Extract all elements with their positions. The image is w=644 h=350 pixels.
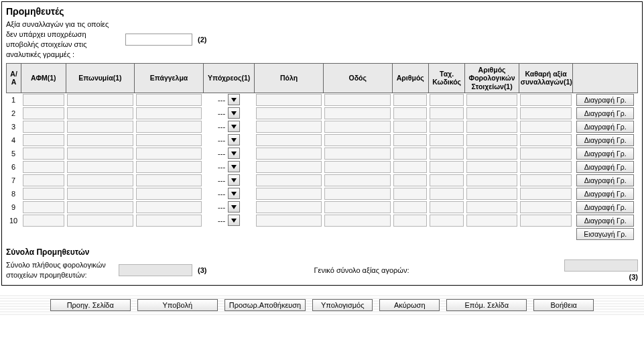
odos-input[interactable] [324,161,391,173]
afm-input[interactable] [23,174,64,186]
ypoxreos-dropdown[interactable] [228,201,240,213]
delete-row-button[interactable]: Διαγραφή Γρ. [576,148,634,160]
afm-input[interactable] [23,121,64,133]
eponymia-input[interactable] [67,201,133,213]
epaggelma-input[interactable] [136,174,202,186]
poli-input[interactable] [256,148,322,160]
arith-stoix-input[interactable] [466,174,518,186]
odos-input[interactable] [324,94,391,106]
odos-input[interactable] [324,121,391,133]
arith-stoix-input[interactable] [466,215,518,227]
epaggelma-input[interactable] [136,201,202,213]
tk-input[interactable] [430,161,463,173]
cancel-button[interactable]: Ακύρωση [379,299,440,311]
epaggelma-input[interactable] [136,94,202,106]
tk-input[interactable] [430,188,463,200]
eponymia-input[interactable] [67,215,133,227]
delete-row-button[interactable]: Διαγραφή Γρ. [576,174,634,186]
delete-row-button[interactable]: Διαγραφή Γρ. [576,94,634,106]
delete-row-button[interactable]: Διαγραφή Γρ. [576,121,634,133]
afm-input[interactable] [23,134,64,146]
arith-stoix-input[interactable] [466,121,518,133]
arithmos-input[interactable] [393,201,427,213]
kath-axia-input[interactable] [520,201,572,213]
arithmos-input[interactable] [393,188,427,200]
afm-input[interactable] [23,188,64,200]
arithmos-input[interactable] [393,174,427,186]
epaggelma-input[interactable] [136,121,202,133]
ypoxreos-dropdown[interactable] [228,188,240,199]
delete-row-button[interactable]: Διαγραφή Γρ. [576,107,634,119]
afm-input[interactable] [23,94,64,106]
delete-row-button[interactable]: Διαγραφή Γρ. [576,201,634,213]
poli-input[interactable] [256,188,322,200]
afm-input[interactable] [23,215,64,227]
eponymia-input[interactable] [67,107,133,119]
ypoxreos-dropdown[interactable] [228,107,240,119]
poli-input[interactable] [256,215,322,227]
tk-input[interactable] [430,201,463,213]
ypoxreos-dropdown[interactable] [228,134,240,145]
help-button[interactable]: Βοήθεια [533,299,594,311]
submit-button[interactable]: Υποβολή [137,299,218,311]
arithmos-input[interactable] [393,161,427,173]
epaggelma-input[interactable] [136,107,202,119]
delete-row-button[interactable]: Διαγραφή Γρ. [576,134,634,146]
prev-page-button[interactable]: Προηγ. Σελίδα [50,299,131,311]
epaggelma-input[interactable] [136,188,202,200]
ypoxreos-dropdown[interactable] [228,148,240,159]
delete-row-button[interactable]: Διαγραφή Γρ. [576,215,634,227]
arith-stoix-input[interactable] [466,201,518,213]
odos-input[interactable] [324,134,391,146]
poli-input[interactable] [256,161,322,173]
next-page-button[interactable]: Επόμ. Σελίδα [446,299,527,311]
eponymia-input[interactable] [67,121,133,133]
poli-input[interactable] [256,134,322,146]
arithmos-input[interactable] [393,107,427,119]
arith-stoix-input[interactable] [466,134,518,146]
kath-axia-input[interactable] [520,134,572,146]
kath-axia-input[interactable] [520,215,572,227]
arith-stoix-input[interactable] [466,94,518,106]
afm-input[interactable] [23,161,64,173]
eponymia-input[interactable] [67,174,133,186]
epaggelma-input[interactable] [136,161,202,173]
epaggelma-input[interactable] [136,134,202,146]
odos-input[interactable] [324,148,391,160]
epaggelma-input[interactable] [136,148,202,160]
kath-axia-input[interactable] [520,148,572,160]
afm-input[interactable] [23,107,64,119]
ypoxreos-dropdown[interactable] [228,161,240,172]
odos-input[interactable] [324,174,391,186]
kath-axia-input[interactable] [520,161,572,173]
eponymia-input[interactable] [67,188,133,200]
delete-row-button[interactable]: Διαγραφή Γρ. [576,161,634,173]
ypoxreos-dropdown[interactable] [228,94,240,105]
tk-input[interactable] [430,121,463,133]
temp-save-button[interactable]: Προσωρ.Αποθήκευση [224,299,306,311]
kath-axia-input[interactable] [520,94,572,106]
tk-input[interactable] [430,174,463,186]
arith-stoix-input[interactable] [466,107,518,119]
kath-axia-input[interactable] [520,107,572,119]
kath-axia-input[interactable] [520,174,572,186]
eponymia-input[interactable] [67,134,133,146]
poli-input[interactable] [256,174,322,186]
arithmos-input[interactable] [393,148,427,160]
odos-input[interactable] [324,201,391,213]
ypoxreos-dropdown[interactable] [228,174,240,186]
arithmos-input[interactable] [393,215,427,227]
tk-input[interactable] [430,107,463,119]
kath-axia-input[interactable] [520,121,572,133]
poli-input[interactable] [256,94,322,106]
eponymia-input[interactable] [67,94,133,106]
ypoxreos-dropdown[interactable] [228,215,240,226]
afm-input[interactable] [23,201,64,213]
eponymia-input[interactable] [67,148,133,160]
afm-input[interactable] [23,148,64,160]
epaggelma-input[interactable] [136,215,202,227]
insert-row-button[interactable]: Εισαγωγή Γρ. [576,228,634,240]
arithmos-input[interactable] [393,134,427,146]
arithmos-input[interactable] [393,121,427,133]
eponymia-input[interactable] [67,161,133,173]
